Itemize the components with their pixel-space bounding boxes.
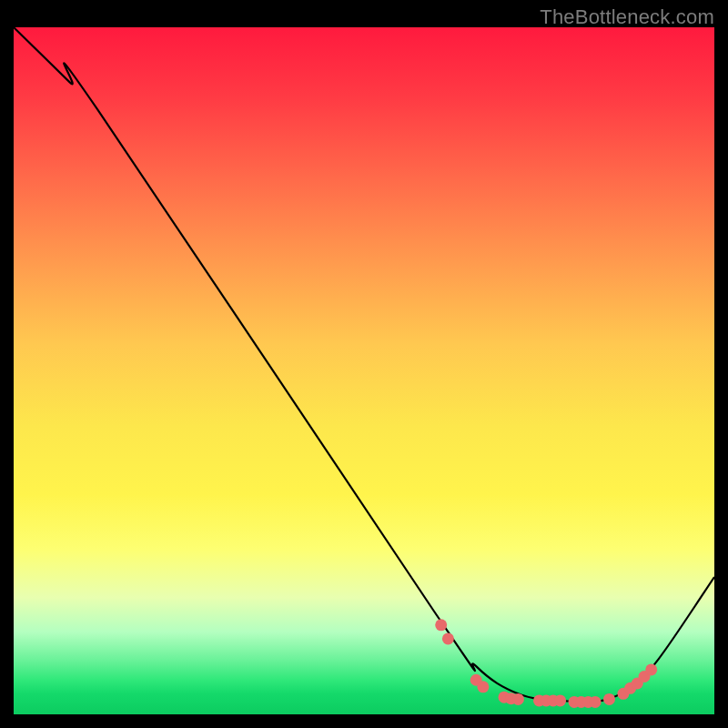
bottleneck-curve-line: [14, 27, 714, 702]
chart-svg: [14, 27, 714, 714]
highlight-marker: [442, 632, 454, 644]
chart-container: TheBottleneck.com: [0, 0, 728, 728]
highlight-marker: [603, 693, 615, 705]
highlight-marker: [554, 694, 566, 706]
highlight-marker: [590, 696, 602, 708]
watermark-text: TheBottleneck.com: [540, 5, 714, 29]
highlight-marker: [435, 619, 447, 631]
highlight-marker: [512, 693, 524, 705]
highlight-marker: [477, 681, 489, 693]
highlight-marker: [645, 663, 657, 675]
